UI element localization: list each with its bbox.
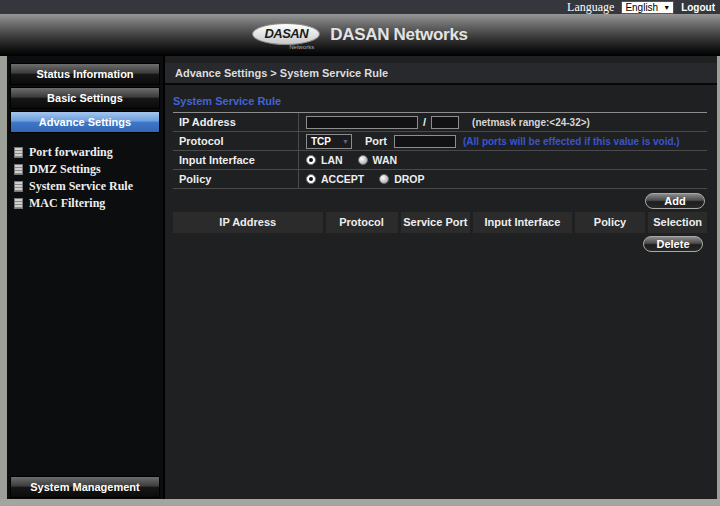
delete-button[interactable]: Delete (643, 236, 703, 252)
sidebar-item-system-management[interactable]: System Management (10, 476, 160, 498)
brand-title: DASAN Networks (330, 25, 468, 45)
logout-link[interactable]: Logout (681, 2, 715, 13)
port-label: Port (365, 135, 387, 147)
logo-ellipse: DASAN (252, 23, 320, 45)
protocol-label: Protocol (173, 132, 298, 150)
protocol-value-cell: TCP ▼ Port (All ports will be effected i… (298, 132, 707, 150)
body-row: Status Information Basic Settings Advanc… (0, 56, 720, 499)
column-header-protocol: Protocol (326, 212, 398, 233)
column-header-ip-address: IP Address (173, 212, 323, 233)
netmask-range-note: (netmask range:<24-32>) (472, 117, 590, 128)
main-panel: System Service Rule IP Address / (netmas… (165, 85, 717, 252)
add-button-row: Add (173, 193, 705, 209)
form-row-policy: Policy ACCEPT DROP (173, 170, 707, 189)
form-row-ip-address: IP Address / (netmask range:<24-32>) (173, 113, 707, 132)
breadcrumb: Advance Settings > System Service Rule (165, 63, 717, 85)
document-icon (14, 198, 23, 209)
netmask-input[interactable] (431, 116, 459, 129)
column-header-service-port: Service Port (401, 212, 470, 233)
sidebar-subitem-port-forwarding[interactable]: Port forwarding (11, 144, 163, 161)
radio-lan-label: LAN (321, 154, 343, 166)
bottom-frame-edge (0, 499, 720, 506)
delete-button-row: Delete (173, 236, 703, 252)
sidebar-subitem-system-service-rule[interactable]: System Service Rule (11, 178, 163, 195)
protocol-select[interactable]: TCP ▼ (306, 134, 352, 149)
port-void-note: (All ports will be effected if this valu… (463, 136, 680, 147)
content-area: Advance Settings > System Service Rule S… (163, 56, 717, 499)
sidebar-item-advance-settings[interactable]: Advance Settings (10, 111, 160, 133)
protocol-selected-value: TCP (311, 136, 331, 147)
dropdown-arrow-icon: ▼ (663, 4, 670, 11)
language-selected-value: English (625, 2, 658, 13)
column-header-input-interface: Input Interface (473, 212, 572, 233)
page-title: System Service Rule (173, 95, 707, 107)
left-frame-edge (0, 56, 7, 499)
subitem-label: System Service Rule (29, 179, 133, 194)
sidebar-item-status-information[interactable]: Status Information (10, 63, 160, 85)
subitem-label: DMZ Settings (29, 162, 101, 177)
radio-accept-label: ACCEPT (321, 173, 364, 185)
port-input[interactable] (394, 135, 456, 148)
ip-address-input[interactable] (306, 116, 418, 129)
radio-wan-label: WAN (373, 154, 398, 166)
input-interface-label: Input Interface (173, 151, 298, 169)
radio-drop[interactable] (379, 174, 389, 184)
ip-netmask-separator: / (423, 116, 426, 128)
radio-drop-label: DROP (394, 173, 424, 185)
sidebar-nav: Status Information Basic Settings Advanc… (7, 56, 163, 499)
input-interface-value-cell: LAN WAN (298, 151, 707, 169)
rules-table-header: IP Address Protocol Service Port Input I… (173, 212, 707, 233)
logo-subtext: Networks (289, 44, 314, 50)
column-header-policy: Policy (575, 212, 645, 233)
router-admin-page: Language English ▼ Logout DASAN Networks… (0, 0, 720, 506)
subitem-label: Port forwarding (29, 145, 113, 160)
ip-address-label: IP Address (173, 113, 298, 131)
ip-address-value-cell: / (netmask range:<24-32>) (298, 113, 707, 131)
logo-word: DASAN (264, 26, 308, 41)
radio-lan[interactable] (306, 155, 316, 165)
document-icon (14, 147, 23, 158)
sidebar-item-basic-settings[interactable]: Basic Settings (10, 87, 160, 109)
document-icon (14, 181, 23, 192)
header-banner: DASAN Networks DASAN Networks (0, 14, 720, 56)
subitem-label: MAC Filtering (29, 196, 105, 211)
form-row-protocol: Protocol TCP ▼ Port (All ports will be e… (173, 132, 707, 151)
radio-wan[interactable] (358, 155, 368, 165)
service-rule-form: IP Address / (netmask range:<24-32>) Pro… (173, 112, 707, 189)
policy-label: Policy (173, 170, 298, 188)
policy-value-cell: ACCEPT DROP (298, 170, 707, 188)
language-select[interactable]: English ▼ (621, 1, 674, 14)
radio-accept[interactable] (306, 174, 316, 184)
language-label: Language (567, 0, 614, 15)
sidebar-subitem-dmz-settings[interactable]: DMZ Settings (11, 161, 163, 178)
add-button[interactable]: Add (645, 193, 705, 209)
column-header-selection: Selection (648, 212, 707, 233)
dasan-logo-icon: DASAN Networks (252, 23, 320, 48)
top-bar: Language English ▼ Logout (0, 0, 720, 14)
dropdown-arrow-icon: ▼ (342, 138, 349, 145)
advance-settings-submenu: Port forwarding DMZ Settings System Serv… (11, 144, 163, 212)
sidebar-subitem-mac-filtering[interactable]: MAC Filtering (11, 195, 163, 212)
document-icon (14, 164, 23, 175)
form-row-input-interface: Input Interface LAN WAN (173, 151, 707, 170)
